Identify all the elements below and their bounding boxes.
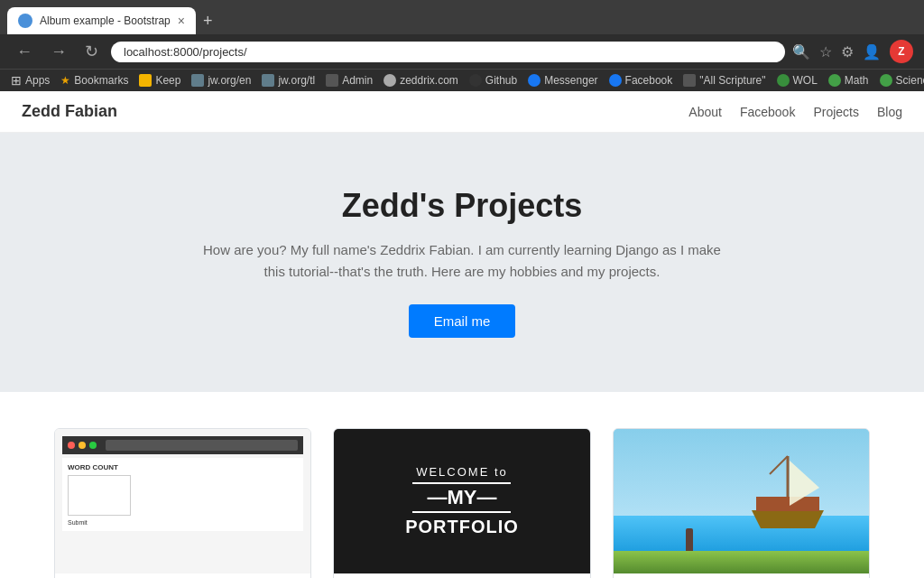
cards-grid: WORD COUNT Submit This is my first proje… [54,428,870,578]
card-2: WELCOME to —MY— PORTFOLIO It's just so f… [333,428,590,578]
bookmark-all-scripture[interactable]: "All Scripture" [683,74,765,87]
star-icon[interactable]: ☆ [819,43,832,61]
cards-section: WORD COUNT Submit This is my first proje… [0,392,924,578]
reload-button[interactable]: ↻ [79,40,104,63]
bookmark-messenger[interactable]: Messenger [528,74,597,87]
hero-description: How are you? My full name's Zeddrix Fabi… [191,239,733,283]
card-1-image: WORD COUNT Submit [55,429,310,573]
hero-section: Zedd's Projects How are you? My full nam… [0,133,924,392]
address-url: localhost:8000/projects/ [124,45,247,59]
nav-icons: 🔍 ☆ ⚙ 👤 Z [792,40,913,63]
back-button[interactable]: ← [11,41,38,63]
nav-link-blog[interactable]: Blog [877,105,902,119]
search-icon[interactable]: 🔍 [792,43,810,61]
website-content: Zedd Fabian About Facebook Projects Blog… [0,91,924,578]
bookmark-science[interactable]: Science [880,74,924,87]
active-tab[interactable]: Album example - Bootstrap × [7,7,196,34]
bookmark-apps[interactable]: ⊞ Apps [11,73,50,88]
email-me-button[interactable]: Email me [409,304,516,338]
site-brand: Zedd Fabian [22,102,117,121]
card-1-body: This is my first project in Django. I ma… [55,573,310,578]
profile-icon[interactable]: 👤 [863,43,881,61]
tab-favicon [18,14,32,28]
tab-title: Album example - Bootstrap [40,14,171,27]
tab-close-button[interactable]: × [178,14,185,28]
bookmark-bookmarks[interactable]: ★ Bookmarks [60,74,128,87]
nav-link-facebook[interactable]: Facebook [740,105,795,119]
nav-bar: ← → ↻ localhost:8000/projects/ 🔍 ☆ ⚙ 👤 Z [0,34,924,69]
user-avatar[interactable]: Z [890,40,913,63]
bookmark-admin[interactable]: Admin [326,74,373,87]
site-nav: Zedd Fabian About Facebook Projects Blog [0,91,924,133]
forward-button[interactable]: → [45,41,72,63]
bookmark-jw-en[interactable]: jw.org/en [191,74,251,87]
card-3: This is my first game that I've created … [613,428,870,578]
bookmark-keep[interactable]: Keep [139,74,180,87]
card-2-image: WELCOME to —MY— PORTFOLIO [334,429,589,573]
nav-link-about[interactable]: About [688,105,722,119]
bookmark-github[interactable]: Github [469,74,517,87]
browser-window: Album example - Bootstrap × + ← → ↻ loca… [0,0,924,578]
bookmark-jw-tl[interactable]: jw.org/tl [262,74,315,87]
tab-bar: Album example - Bootstrap × + [0,0,924,34]
address-bar[interactable]: localhost:8000/projects/ [111,42,785,62]
bookmark-wol[interactable]: WOL [777,74,818,87]
svg-rect-2 [756,497,819,511]
hero-title: Zedd's Projects [22,187,902,225]
bookmark-facebook[interactable]: Facebook [609,74,673,87]
bookmark-math[interactable]: Math [828,74,869,87]
card-3-image [614,429,869,573]
card-3-body: This is my first game that I've created … [614,573,869,578]
new-tab-button[interactable]: + [203,12,213,31]
site-nav-links: About Facebook Projects Blog [688,105,902,119]
settings-icon[interactable]: ⚙ [841,43,854,61]
svg-line-1 [770,456,788,474]
bookmarks-bar: ⊞ Apps ★ Bookmarks Keep jw.org/en jw.org… [0,69,924,91]
bookmark-zeddrix[interactable]: zeddrix.com [383,74,458,87]
card-1: WORD COUNT Submit This is my first proje… [54,428,311,578]
nav-link-projects[interactable]: Projects [813,105,859,119]
card-2-body: It's just so funny that I was talking ab… [334,573,589,578]
